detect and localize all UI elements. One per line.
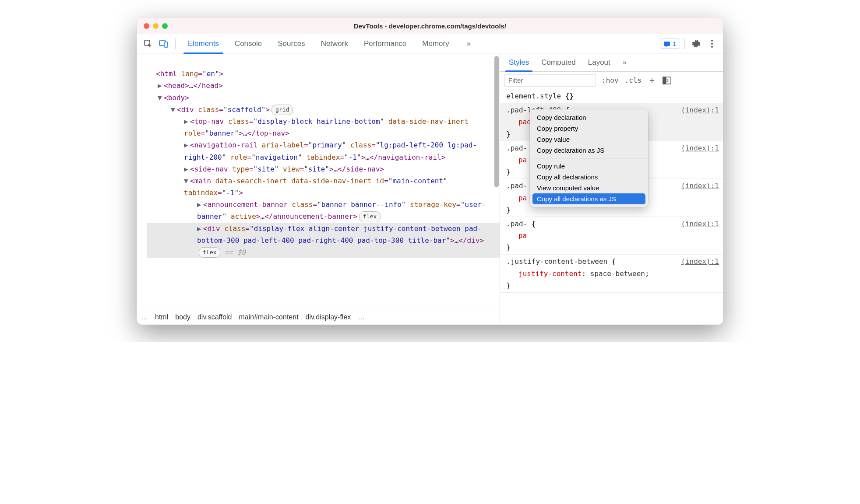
styles-toolbar: :hov .cls ＋ [500,72,723,89]
css-rule[interactable]: element.style {} [500,89,723,103]
cls-toggle[interactable]: .cls [625,76,642,84]
titlebar: DevTools - developer.chrome.com/tags/dev… [137,18,723,34]
dom-node[interactable]: ▼<main data-search-inert data-side-nav-i… [147,175,500,199]
svg-rect-3 [664,42,670,46]
svg-point-6 [711,46,713,48]
css-rule[interactable]: (index):1.justify-content-between {justi… [500,255,723,293]
breadcrumb-item[interactable]: div.display-flex [306,313,351,321]
panel-tab-performance[interactable]: Performance [356,34,414,53]
panel-tab-elements[interactable]: Elements [180,34,227,53]
dom-node[interactable]: ⋯▶<div class="display-flex align-center … [147,223,500,259]
styles-tab-layout[interactable]: Layout [582,53,617,71]
styles-more-tabs[interactable]: » [617,53,633,71]
minimize-window-button[interactable] [153,23,159,29]
svg-rect-8 [663,77,666,84]
dom-node[interactable]: ▼<div class="scaffold">grid [147,104,500,116]
context-menu-item[interactable]: Copy all declarations [530,172,648,182]
css-rule[interactable]: (index):1.pad- {pa} [500,217,723,255]
main-split: <html lang="en">▶<head>…</head>▼<body>▼<… [137,53,723,325]
context-menu-item[interactable]: View computed value [530,182,648,193]
settings-gear-icon[interactable] [689,37,703,51]
hov-toggle[interactable]: :hov [602,76,619,84]
main-toolbar: ElementsConsoleSourcesNetworkPerformance… [137,34,723,53]
panel-tab-sources[interactable]: Sources [270,34,313,53]
inspect-element-icon[interactable] [141,37,155,51]
breadcrumb-item[interactable]: html [155,313,168,321]
styles-filter-input[interactable] [504,74,596,87]
context-menu-item[interactable]: Copy all declarations as JS [532,193,645,204]
close-window-button[interactable] [144,23,149,29]
dom-node[interactable]: <html lang="en"> [147,68,500,80]
traffic-lights [144,23,168,29]
scrollbar-thumb[interactable] [494,56,499,187]
panel-tab-console[interactable]: Console [227,34,270,53]
styles-tabs: StylesComputedLayout» [500,53,723,72]
separator [175,38,176,49]
issues-badge[interactable]: 1 [660,38,680,49]
dom-node[interactable]: ▶<navigation-rail aria-label="primary" c… [147,139,500,163]
context-menu-item[interactable]: Copy rule [530,161,648,172]
dom-node[interactable]: ▶<top-nav class="display-block hairline-… [147,116,500,139]
dom-node[interactable]: ▶<side-nav type="site" view="site">…</si… [147,163,500,175]
new-style-rule-button[interactable]: ＋ [648,74,656,86]
context-menu-item[interactable]: Copy declaration as JS [530,145,648,156]
breadcrumb-item[interactable]: … [358,313,365,321]
devtools-window: DevTools - developer.chrome.com/tags/dev… [137,18,723,325]
kebab-menu-icon[interactable] [705,37,719,51]
dom-node[interactable]: ▶<announcement-banner class="banner bann… [147,199,500,222]
device-toolbar-icon[interactable] [157,37,171,51]
context-menu-separator [530,158,648,158]
dom-node[interactable]: ▼<body> [147,92,500,104]
maximize-window-button[interactable] [162,23,168,29]
styles-tab-styles[interactable]: Styles [503,53,535,71]
panel-tabs: ElementsConsoleSourcesNetworkPerformance… [180,34,457,53]
svg-point-4 [711,40,713,42]
issues-count: 1 [673,40,676,47]
window-title: DevTools - developer.chrome.com/tags/dev… [354,22,506,30]
separator [684,38,685,49]
panel-tab-memory[interactable]: Memory [414,34,457,53]
context-menu-item[interactable]: Copy value [530,134,648,145]
svg-rect-2 [164,42,168,47]
breadcrumb-item[interactable]: body [175,313,190,321]
computed-panel-toggle-icon[interactable] [663,77,671,84]
styles-tab-computed[interactable]: Computed [535,53,582,71]
dom-tree[interactable]: <html lang="en">▶<head>…</head>▼<body>▼<… [137,53,500,309]
breadcrumb-item[interactable]: … [141,313,148,321]
panel-tab-network[interactable]: Network [313,34,356,53]
dom-node[interactable]: ▶<head>…</head> [147,80,500,91]
context-menu: Copy declarationCopy propertyCopy valueC… [530,109,648,207]
styles-pane: StylesComputedLayout» :hov .cls ＋ elemen… [500,53,723,325]
dom-node[interactable] [147,56,500,68]
breadcrumb: …htmlbodydiv.scaffoldmain#main-contentdi… [137,309,500,325]
more-tabs-button[interactable]: » [459,39,479,48]
breadcrumb-item[interactable]: main#main-content [239,313,299,321]
context-menu-item[interactable]: Copy declaration [530,112,648,123]
context-menu-item[interactable]: Copy property [530,123,648,134]
breadcrumb-item[interactable]: div.scaffold [197,313,232,321]
svg-point-5 [711,43,713,45]
elements-pane: <html lang="en">▶<head>…</head>▼<body>▼<… [137,53,500,325]
